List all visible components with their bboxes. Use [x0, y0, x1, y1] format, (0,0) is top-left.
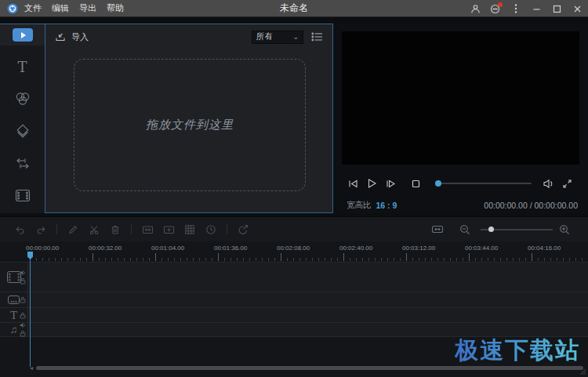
sidebar-tab-elements[interactable]: [0, 184, 45, 206]
aspect-ratio-label: 宽高比: [347, 200, 372, 211]
delete-trash-icon[interactable]: [107, 223, 124, 237]
import-button[interactable]: 导入: [55, 31, 89, 43]
redo-icon[interactable]: [32, 223, 49, 237]
audio-track-header[interactable]: ♫: [0, 323, 28, 336]
play-media-icon: [13, 28, 33, 42]
menu-file[interactable]: 文件: [24, 2, 42, 14]
video-preview-screen[interactable]: [342, 31, 579, 165]
transport-controls: [336, 169, 588, 198]
resize-grip-icon[interactable]: [579, 368, 586, 375]
notification-badge: [498, 2, 503, 7]
media-dropzone[interactable]: 拖放文件到这里: [74, 59, 306, 191]
edit-toolbar: [0, 216, 588, 241]
seek-slider[interactable]: [432, 177, 533, 190]
seek-handle[interactable]: [435, 180, 441, 187]
volume-icon[interactable]: [541, 177, 555, 190]
pip-track-row: [0, 292, 588, 307]
zoom-out-icon[interactable]: [456, 223, 474, 237]
track-lock-icon[interactable]: [20, 296, 26, 303]
zoom-in-icon[interactable]: [556, 223, 573, 237]
track-mute-speaker-icon[interactable]: [20, 270, 26, 276]
venn-circles-icon: [14, 92, 31, 106]
ruler-label: 00:03:44.00: [465, 245, 498, 252]
text-t-icon: T: [17, 59, 27, 75]
crop-icon[interactable]: [139, 223, 156, 237]
toolbar-divider: [227, 224, 227, 234]
title-bar: 文件 编辑 导出 帮助 未命名: [0, 0, 588, 17]
fullscreen-icon[interactable]: [560, 177, 574, 190]
user-icon[interactable]: [467, 2, 483, 16]
chevron-down-icon: ⌄: [292, 33, 299, 41]
ruler-label: 00:00:32.00: [89, 245, 122, 252]
sidebar-tab-text[interactable]: T: [0, 56, 45, 78]
export-icon[interactable]: [234, 223, 252, 237]
track-lock-icon[interactable]: [20, 330, 26, 337]
video-track-lane[interactable]: [28, 263, 588, 292]
ruler-label: 00:02:08.00: [277, 245, 310, 252]
fit-timeline-icon[interactable]: [429, 223, 446, 237]
video-track-header[interactable]: [0, 263, 28, 292]
seek-track: [440, 183, 532, 184]
video-track-row: [0, 262, 588, 292]
ruler-label: 00:01:36.00: [214, 245, 247, 252]
ruler-label: 00:02:40.00: [339, 245, 372, 252]
menu-help[interactable]: 帮助: [107, 2, 124, 14]
undo-icon[interactable]: [11, 223, 28, 237]
feedback-icon[interactable]: [488, 2, 503, 16]
timeline-zoom-slider[interactable]: [481, 224, 553, 235]
toolbar-divider: [56, 224, 57, 234]
toolbar-divider: [131, 224, 132, 234]
mosaic-icon[interactable]: [181, 223, 198, 237]
track-mute-speaker-icon[interactable]: [20, 322, 26, 328]
sidebar-tab-filters[interactable]: [0, 88, 45, 110]
film-frame-icon: [15, 189, 31, 202]
ruler-label: 00:01:04.00: [151, 245, 184, 252]
aspect-ratio-value[interactable]: 16 : 9: [376, 201, 397, 210]
ruler-ticks: [30, 253, 588, 261]
site-watermark: 极速下载站: [455, 335, 580, 367]
list-view-icon[interactable]: [311, 32, 323, 42]
track-lock-icon[interactable]: [20, 312, 26, 319]
text-t-icon: T: [10, 310, 17, 321]
play-button[interactable]: [365, 177, 379, 190]
media-filter-dropdown[interactable]: 所有 ⌄: [252, 31, 303, 44]
scroll-left-arrow[interactable]: ◂: [30, 364, 33, 372]
edit-pencil-icon[interactable]: [64, 223, 82, 237]
stop-button[interactable]: [408, 177, 423, 190]
timeline-tracks: T ♫: [0, 262, 588, 337]
preview-info-row: 宽高比 16 : 9 00:00:00.00 / 00:00:00.00: [336, 198, 588, 213]
track-lock-icon[interactable]: [20, 277, 26, 285]
zoom-selection-icon[interactable]: [160, 223, 177, 237]
previous-frame-button[interactable]: [346, 177, 360, 190]
duration-clock-icon[interactable]: [202, 223, 220, 237]
timeline-ruler[interactable]: 00:00:00.00 00:00:32.00 00:01:04.00 00:0…: [0, 241, 588, 262]
sidebar-tab-overlays[interactable]: [0, 120, 45, 142]
split-arrows-icon: [14, 157, 31, 170]
menu-bar: 文件 编辑 导出 帮助: [24, 2, 124, 14]
sidebar-tab-media[interactable]: [0, 24, 45, 45]
playhead-line: [30, 252, 31, 367]
workspace: T: [0, 17, 588, 216]
menu-edit[interactable]: 编辑: [52, 2, 69, 14]
close-icon[interactable]: [569, 2, 585, 16]
timeline-zoom-controls: [429, 223, 577, 237]
maximize-icon[interactable]: [549, 2, 564, 16]
ruler-label: 00:04:16.00: [528, 245, 561, 252]
ruler-label: 00:03:12.00: [402, 245, 435, 252]
ruler-label: 00:00:00.00: [26, 245, 59, 252]
app-logo-icon: [7, 3, 18, 14]
next-frame-button[interactable]: [383, 177, 397, 190]
pip-track-lane[interactable]: [28, 292, 588, 307]
cut-scissors-icon[interactable]: [85, 223, 103, 237]
more-menu-icon[interactable]: [508, 2, 524, 16]
text-track-header[interactable]: T: [0, 308, 28, 322]
media-panel-header: 导入 所有 ⌄: [45, 24, 332, 49]
zoom-slider-handle[interactable]: [488, 227, 494, 232]
import-icon: [55, 32, 66, 42]
menu-export[interactable]: 导出: [79, 2, 96, 14]
text-track-lane[interactable]: [28, 308, 588, 322]
pip-track-header[interactable]: [0, 292, 28, 307]
sidebar-tab-transitions[interactable]: [0, 152, 45, 174]
minimize-icon[interactable]: [528, 2, 544, 16]
window-controls: [467, 0, 585, 17]
